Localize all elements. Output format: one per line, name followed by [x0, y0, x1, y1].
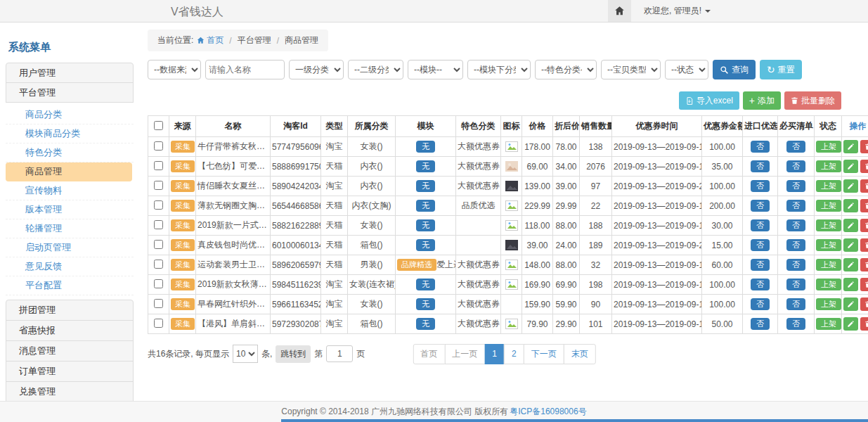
delete-button[interactable]	[860, 238, 868, 252]
add-button[interactable]: + 添加	[743, 91, 781, 110]
filter-select[interactable]: --二级分类--	[348, 60, 403, 79]
home-button[interactable]	[608, 0, 631, 22]
edit-button[interactable]	[843, 219, 858, 232]
module-badge[interactable]: 无	[416, 180, 435, 193]
row-checkbox[interactable]	[154, 240, 163, 249]
sidebar-subitem[interactable]: 意见反馈	[6, 257, 134, 276]
page-button[interactable]: 下一页	[524, 344, 564, 364]
row-checkbox[interactable]	[154, 220, 163, 229]
import-excel-button[interactable]: 导入excel	[679, 91, 739, 110]
page-button[interactable]: 1	[484, 344, 505, 364]
row-checkbox[interactable]	[154, 260, 163, 269]
sidebar-group-item[interactable]: 平台管理	[6, 82, 134, 103]
sidebar-group-item[interactable]: 消息管理	[6, 340, 134, 362]
sidebar-group-item[interactable]: 省惠快报	[6, 320, 134, 341]
row-checkbox[interactable]	[154, 319, 163, 328]
import-toggle[interactable]: 否	[751, 259, 770, 271]
edit-button[interactable]	[843, 278, 858, 291]
delete-button[interactable]	[860, 298, 868, 311]
status-toggle[interactable]: 上架	[816, 298, 841, 311]
module-badge[interactable]: 无	[416, 279, 435, 291]
filter-select[interactable]: --状态--	[665, 60, 708, 79]
import-toggle[interactable]: 否	[751, 318, 770, 331]
status-toggle[interactable]: 上架	[816, 239, 841, 252]
sidebar-subitem[interactable]: 特色分类	[6, 143, 134, 162]
module-badge[interactable]: 无	[416, 219, 435, 232]
status-toggle[interactable]: 上架	[816, 259, 841, 271]
select-all-checkbox[interactable]	[154, 121, 163, 130]
page-button[interactable]: 首页	[413, 344, 445, 364]
import-toggle[interactable]: 否	[751, 298, 770, 311]
sidebar-group-item[interactable]: 用户管理	[6, 63, 134, 83]
row-checkbox[interactable]	[154, 141, 163, 151]
status-toggle[interactable]: 上架	[816, 160, 841, 173]
delete-button[interactable]	[860, 199, 868, 212]
edit-button[interactable]	[843, 140, 858, 153]
breadcrumb-home-link[interactable]: 首页	[197, 34, 224, 46]
delete-button[interactable]	[860, 140, 868, 153]
icp-link[interactable]: 粤ICP备16098006号	[510, 406, 586, 418]
delete-button[interactable]	[860, 278, 868, 291]
module-badge[interactable]: 无	[416, 239, 435, 252]
row-checkbox[interactable]	[154, 181, 163, 190]
status-toggle[interactable]: 上架	[816, 279, 841, 291]
status-toggle[interactable]: 上架	[816, 141, 841, 153]
sidebar-subitem[interactable]: 宣传物料	[6, 181, 134, 200]
status-toggle[interactable]: 上架	[816, 180, 841, 193]
must-buy-toggle[interactable]: 否	[786, 219, 805, 232]
import-toggle[interactable]: 否	[751, 279, 770, 291]
module-badge[interactable]: 品牌精选	[397, 259, 436, 271]
must-buy-toggle[interactable]: 否	[786, 298, 805, 311]
sidebar-subitem[interactable]: 商品分类	[6, 106, 134, 124]
module-badge[interactable]: 无	[416, 298, 435, 311]
sidebar-subitem[interactable]: 轮播管理	[6, 219, 134, 238]
delete-button[interactable]	[860, 219, 868, 232]
row-checkbox[interactable]	[154, 299, 163, 308]
module-badge[interactable]: 无	[416, 318, 435, 331]
must-buy-toggle[interactable]: 否	[786, 318, 805, 331]
sidebar-group-item[interactable]: 拼团管理	[6, 300, 134, 321]
row-checkbox[interactable]	[154, 279, 163, 288]
search-button[interactable]: 查询	[713, 60, 756, 79]
filter-select[interactable]: --模块下分类--	[467, 60, 531, 79]
page-number-input[interactable]	[326, 345, 353, 362]
filter-select[interactable]: --数据来源--	[148, 60, 201, 79]
delete-button[interactable]	[860, 160, 868, 173]
sidebar-subitem-active[interactable]: 商品管理	[6, 162, 132, 181]
row-checkbox[interactable]	[154, 161, 163, 170]
sidebar-subitem[interactable]: 平台配置	[6, 276, 134, 295]
import-toggle[interactable]: 否	[751, 160, 770, 173]
sidebar-subitem[interactable]: 模块商品分类	[6, 124, 134, 143]
import-toggle[interactable]: 否	[751, 239, 770, 252]
delete-button[interactable]	[860, 317, 868, 331]
module-badge[interactable]: 无	[416, 160, 435, 173]
reset-button[interactable]: ↻ 重置	[760, 60, 802, 79]
sidebar-subitem[interactable]: 版本管理	[6, 200, 134, 219]
jump-button[interactable]: 跳转到	[276, 345, 311, 363]
sidebar-group-item[interactable]: 兑换管理	[6, 381, 134, 402]
filter-select[interactable]: --模块--	[408, 60, 463, 79]
page-size-select[interactable]: 10	[233, 345, 258, 363]
module-badge[interactable]: 无	[416, 200, 435, 212]
delete-button[interactable]	[860, 179, 868, 193]
import-toggle[interactable]: 否	[751, 200, 770, 212]
status-toggle[interactable]: 上架	[816, 318, 841, 331]
module-badge[interactable]: 无	[416, 141, 435, 153]
batch-delete-button[interactable]: 批量删除	[784, 91, 841, 110]
edit-button[interactable]	[843, 238, 858, 252]
name-search-input[interactable]	[205, 60, 285, 79]
page-button[interactable]: 末页	[564, 344, 596, 364]
must-buy-toggle[interactable]: 否	[786, 259, 805, 271]
edit-button[interactable]	[843, 179, 858, 193]
delete-button[interactable]	[860, 258, 868, 271]
must-buy-toggle[interactable]: 否	[786, 141, 805, 153]
must-buy-toggle[interactable]: 否	[786, 279, 805, 291]
sidebar-group-item[interactable]: 订单管理	[6, 361, 134, 382]
edit-button[interactable]	[843, 199, 858, 212]
edit-button[interactable]	[843, 160, 858, 173]
filter-select[interactable]: --宝贝类型--	[601, 60, 661, 79]
import-toggle[interactable]: 否	[751, 219, 770, 232]
edit-button[interactable]	[843, 317, 858, 331]
import-toggle[interactable]: 否	[751, 180, 770, 193]
edit-button[interactable]	[843, 298, 858, 311]
